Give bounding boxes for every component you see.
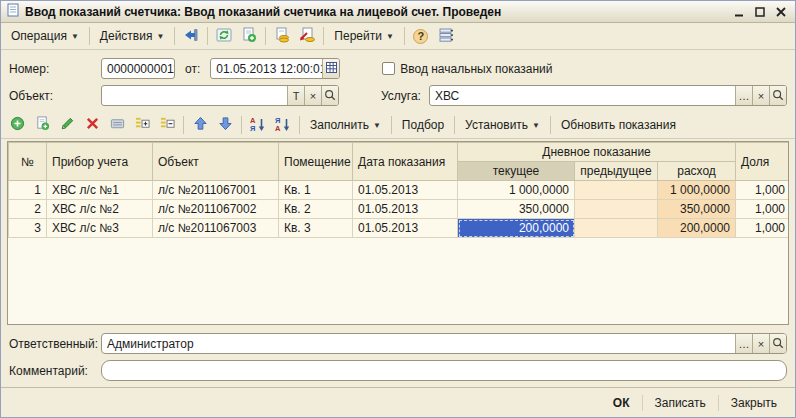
sort-asc-icon: АЯ — [250, 116, 266, 135]
save-button[interactable]: Записать — [645, 392, 716, 414]
cell-current[interactable]: 350,0000 — [458, 200, 575, 219]
cell-consumption[interactable]: 200,0000 — [658, 219, 736, 238]
refresh-button[interactable] — [212, 25, 236, 47]
post-icon — [274, 27, 290, 46]
window-title: Ввод показаний счетчика: Ввод показаний … — [25, 5, 725, 19]
object-field[interactable]: T × — [101, 85, 339, 106]
initial-readings-checkbox[interactable]: Ввод начальных показаний — [382, 62, 552, 76]
clear-button[interactable]: × — [752, 334, 769, 353]
copy-add-button[interactable] — [237, 25, 261, 47]
sort-desc-button[interactable]: ЯА — [271, 114, 295, 136]
responsible-field[interactable]: Администратор … × — [101, 333, 787, 354]
actions-menu-button[interactable]: Действия▼ — [94, 26, 171, 46]
comment-field[interactable] — [101, 360, 787, 381]
calendar-button[interactable] — [322, 59, 339, 78]
clear-button[interactable]: × — [304, 86, 321, 105]
add-icon — [10, 116, 25, 134]
clear-button[interactable]: × — [752, 86, 769, 105]
number-field[interactable]: 00000000011 — [101, 58, 175, 79]
minimize-icon[interactable] — [730, 4, 748, 20]
pick-button[interactable]: Подбор — [396, 115, 450, 135]
cell-room[interactable]: Кв. 1 — [279, 181, 353, 200]
search-button[interactable] — [769, 334, 786, 353]
operation-menu-button[interactable]: Операция▼ — [5, 26, 85, 46]
cell-share[interactable]: 1,000 — [736, 200, 789, 219]
col-header-share: Доля — [736, 143, 789, 181]
type-select-button[interactable]: T — [287, 86, 304, 105]
end-edit-button[interactable] — [105, 114, 129, 136]
cell-num[interactable]: 1 — [9, 181, 47, 200]
sort-desc-icon: ЯА — [275, 116, 291, 135]
cell-consumption[interactable]: 350,0000 — [658, 200, 736, 219]
set-menu-button[interactable]: Установить▼ — [459, 115, 546, 135]
unpost-document-button[interactable] — [295, 25, 319, 47]
help-button[interactable]: ? — [409, 25, 433, 47]
move-up-button[interactable] — [188, 114, 212, 136]
edit-row-button[interactable] — [55, 114, 79, 136]
close-icon[interactable] — [772, 4, 790, 20]
structure-button[interactable] — [434, 25, 458, 47]
cell-num[interactable]: 2 — [9, 200, 47, 219]
ok-button[interactable]: ОК — [603, 392, 640, 414]
cell-object[interactable]: л/с №2011067002 — [153, 200, 279, 219]
cell-num[interactable]: 3 — [9, 219, 47, 238]
close-button[interactable]: Закрыть — [721, 392, 787, 414]
cell-date[interactable]: 01.05.2013 — [353, 200, 458, 219]
move-down-icon — [218, 116, 233, 134]
cell-object[interactable]: л/с №2011067003 — [153, 219, 279, 238]
choose-button[interactable]: … — [735, 86, 752, 105]
document-icon — [6, 3, 20, 20]
cell-object[interactable]: л/с №2011067001 — [153, 181, 279, 200]
cell-share[interactable]: 1,000 — [736, 219, 789, 238]
col-header-date: Дата показания — [353, 143, 458, 181]
separator — [241, 116, 242, 134]
cell-room[interactable]: Кв. 3 — [279, 219, 353, 238]
col-header-room: Помещение — [279, 143, 353, 181]
search-button[interactable] — [769, 86, 786, 105]
chevron-down-icon: ▼ — [71, 32, 79, 41]
checkbox-box-icon — [382, 62, 395, 75]
cell-current[interactable]: 1 000,0000 — [458, 181, 575, 200]
copy-icon — [35, 116, 50, 134]
copy-row-button[interactable] — [30, 114, 54, 136]
cell-previous[interactable] — [575, 200, 658, 219]
footer-form: Ответственный: Администратор … × Коммент… — [1, 325, 795, 387]
sort-asc-button[interactable]: АЯ — [246, 114, 270, 136]
choose-button[interactable]: … — [735, 334, 752, 353]
cell-device[interactable]: ХВС л/с №1 — [47, 181, 153, 200]
cell-device[interactable]: ХВС л/с №2 — [47, 200, 153, 219]
header-form: Номер: 00000000011 от: 01.05.2013 12:00:… — [1, 50, 795, 112]
date-label: от: — [185, 62, 200, 76]
cell-device[interactable]: ХВС л/с №3 — [47, 219, 153, 238]
separator — [174, 27, 175, 45]
goto-menu-button[interactable]: Перейти▼ — [328, 26, 399, 46]
cell-previous[interactable] — [575, 181, 658, 200]
cell-room[interactable]: Кв. 2 — [279, 200, 353, 219]
calendar-icon — [326, 62, 337, 75]
level-expand-button[interactable] — [130, 114, 154, 136]
cell-consumption[interactable]: 1 000,0000 — [658, 181, 736, 200]
unpost-icon — [299, 27, 315, 46]
write-button[interactable] — [179, 25, 203, 47]
cell-previous[interactable] — [575, 219, 658, 238]
search-button[interactable] — [321, 86, 338, 105]
delete-row-button[interactable] — [80, 114, 104, 136]
move-down-button[interactable] — [213, 114, 237, 136]
cell-current-selected[interactable]: 200,0000 — [458, 219, 575, 238]
date-field[interactable]: 01.05.2013 12:00:01 — [210, 58, 340, 79]
structure-icon — [438, 27, 454, 46]
separator — [718, 395, 719, 411]
cell-date[interactable]: 01.05.2013 — [353, 219, 458, 238]
fill-menu-button[interactable]: Заполнить▼ — [304, 115, 387, 135]
refresh-readings-button[interactable]: Обновить показания — [555, 115, 682, 135]
delete-icon — [85, 116, 100, 134]
cell-date[interactable]: 01.05.2013 — [353, 181, 458, 200]
title-bar: Ввод показаний счетчика: Ввод показаний … — [1, 1, 795, 23]
cell-share[interactable]: 1,000 — [736, 181, 789, 200]
level-collapse-button[interactable] — [155, 114, 179, 136]
maximize-icon[interactable] — [751, 4, 769, 20]
post-document-button[interactable] — [270, 25, 294, 47]
svg-text:Я: Я — [250, 124, 255, 132]
add-row-button[interactable] — [5, 114, 29, 136]
service-field[interactable]: ХВС … × — [429, 85, 787, 106]
